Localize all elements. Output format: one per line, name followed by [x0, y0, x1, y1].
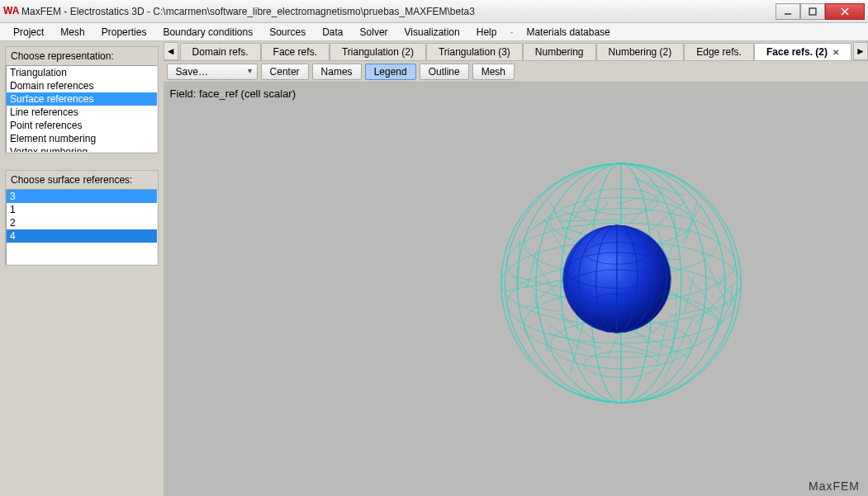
repr-item-point-refs[interactable]: Point references: [7, 119, 157, 132]
app-icon: WA: [3, 5, 17, 18]
window-titlebar: WA MaxFEM - Electrostatics 3D - C:\mcarm…: [0, 0, 868, 23]
tab-triangulation-2[interactable]: Triangulation (2): [330, 43, 426, 60]
tab-face-refs-2-label: Face refs. (2): [766, 46, 828, 58]
menu-boundary[interactable]: Boundary conditions: [154, 25, 261, 40]
svg-line-79: [688, 276, 719, 313]
svg-line-83: [644, 201, 686, 235]
repr-item-surface-refs[interactable]: Surface references: [7, 92, 157, 106]
viewport-3d[interactable]: Field: face_ref (cell scalar) MaxFEM: [164, 83, 868, 496]
menu-visualization[interactable]: Visualization: [396, 25, 468, 40]
svg-line-59: [520, 327, 532, 339]
svg-line-43: [657, 321, 666, 361]
svg-line-49: [558, 220, 617, 221]
brand-watermark: MaxFEM: [809, 479, 860, 493]
representation-listbox[interactable]: Triangulation Domain references Surface …: [6, 65, 158, 153]
close-button[interactable]: [825, 3, 865, 20]
window-controls: [776, 3, 865, 20]
svg-line-75: [709, 293, 737, 347]
right-panel: ◄ Domain refs. Face refs. Triangulation …: [164, 41, 868, 496]
svg-line-69: [536, 261, 561, 302]
menu-properties[interactable]: Properties: [93, 25, 155, 40]
left-panel: Choose representation: Triangulation Dom…: [0, 41, 164, 496]
tabs: Domain refs. Face refs. Triangulation (2…: [180, 43, 851, 60]
svg-point-4: [584, 188, 658, 214]
menu-solver[interactable]: Solver: [352, 25, 396, 40]
surf-item-4[interactable]: 4: [7, 229, 157, 243]
menu-materials-database[interactable]: Materials database: [518, 25, 618, 40]
viewport-toolbar: Save… Center Names Legend Outline Mesh: [164, 61, 868, 83]
repr-item-line-refs[interactable]: Line references: [7, 106, 157, 119]
svg-line-52: [686, 201, 697, 241]
tab-face-refs-2[interactable]: Face refs. (2)✕: [754, 43, 851, 60]
surface-refs-group: Choose surface references: 3 1 2 4: [5, 170, 159, 266]
repr-item-domain-refs[interactable]: Domain references: [7, 79, 157, 92]
menu-project[interactable]: Project: [5, 25, 52, 40]
tab-strip: ◄ Domain refs. Face refs. Triangulation …: [164, 41, 868, 61]
svg-line-82: [625, 335, 643, 338]
surface-refs-listbox[interactable]: 3 1 2 4: [6, 189, 158, 265]
repr-item-elem-numbering[interactable]: Element numbering: [7, 132, 157, 145]
svg-line-80: [615, 342, 657, 353]
svg-line-44: [550, 333, 603, 348]
repr-item-vert-numbering[interactable]: Vertex numbering: [7, 145, 157, 153]
tab-close-icon[interactable]: ✕: [832, 48, 839, 57]
svg-point-91: [617, 225, 618, 333]
tab-numbering-2[interactable]: Numbering (2): [596, 43, 685, 60]
tab-edge-refs[interactable]: Edge refs.: [684, 43, 754, 60]
tab-domain-refs[interactable]: Domain refs.: [180, 43, 261, 60]
menu-help[interactable]: Help: [468, 25, 505, 40]
outline-button[interactable]: Outline: [420, 64, 469, 80]
field-label: Field: face_ref (cell scalar): [170, 87, 296, 100]
minimize-button[interactable]: [776, 3, 800, 20]
names-button[interactable]: Names: [312, 64, 362, 80]
svg-line-55: [562, 210, 586, 220]
representation-label: Choose representation:: [6, 47, 158, 65]
maximize-button[interactable]: [800, 3, 825, 20]
menu-mesh[interactable]: Mesh: [52, 25, 92, 40]
representation-group: Choose representation: Triangulation Dom…: [5, 46, 159, 154]
tab-scroll-right[interactable]: ►: [853, 42, 868, 60]
legend-button[interactable]: Legend: [365, 64, 416, 80]
menu-bar: Project Mesh Properties Boundary conditi…: [0, 23, 868, 41]
tab-face-refs[interactable]: Face refs.: [261, 43, 330, 60]
svg-line-31: [695, 281, 737, 324]
surface-refs-label: Choose surface references:: [6, 171, 158, 189]
center-button[interactable]: Center: [261, 64, 309, 80]
workspace: Choose representation: Triangulation Dom…: [0, 41, 868, 496]
window-title: MaxFEM - Electrostatics 3D - C:\mcarmen\…: [21, 6, 776, 17]
svg-line-33: [534, 291, 548, 352]
menu-separator: -: [505, 25, 518, 40]
svg-line-30: [524, 305, 558, 311]
tab-numbering[interactable]: Numbering: [523, 43, 596, 60]
repr-item-triangulation[interactable]: Triangulation: [7, 66, 157, 79]
surf-item-3[interactable]: 3: [7, 190, 157, 203]
svg-line-72: [636, 177, 681, 206]
svg-point-12: [584, 351, 658, 376]
menu-data[interactable]: Data: [314, 25, 351, 40]
surf-item-2[interactable]: 2: [7, 216, 157, 229]
surf-item-1[interactable]: 1: [7, 203, 157, 216]
svg-line-67: [674, 209, 676, 235]
menu-sources[interactable]: Sources: [261, 25, 314, 40]
mesh-button[interactable]: Mesh: [472, 64, 515, 80]
svg-rect-1: [809, 8, 816, 15]
svg-line-51: [701, 250, 728, 305]
mesh-visualization: [489, 151, 753, 418]
tab-triangulation-3[interactable]: Triangulation (3): [426, 43, 523, 60]
save-dropdown[interactable]: Save…: [167, 64, 258, 80]
tab-scroll-left[interactable]: ◄: [164, 42, 178, 60]
svg-line-42: [676, 291, 678, 304]
